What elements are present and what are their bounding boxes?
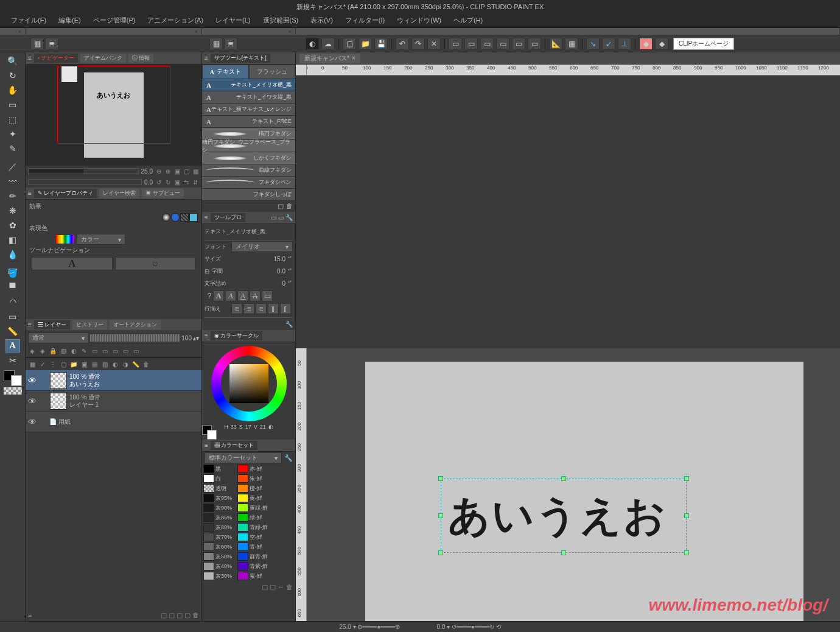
- layerprop-tab[interactable]: ✎ レイヤープロパティ: [34, 189, 97, 198]
- colorset-row[interactable]: 灰95%黄-鮮: [202, 493, 295, 503]
- rot-ccw-icon[interactable]: ↺: [155, 178, 163, 186]
- toolnav-balloon-button[interactable]: ○: [115, 257, 196, 270]
- snap-icon[interactable]: ⊥: [618, 38, 631, 50]
- color-swatch[interactable]: [237, 572, 248, 580]
- colorset-dropdown[interactable]: 標準カラーセット▾: [205, 452, 282, 463]
- subtool-item[interactable]: Aテキスト_イワタ縦_黒: [202, 91, 295, 104]
- color-icon[interactable]: ▭: [111, 346, 119, 355]
- draft-icon[interactable]: ✎: [80, 346, 88, 355]
- color-swatch[interactable]: [203, 562, 214, 571]
- subtool-item[interactable]: フキダシしっぽ: [202, 189, 295, 201]
- ft-icon[interactable]: ▢: [270, 583, 276, 591]
- undo-icon[interactable]: ↶: [396, 38, 409, 50]
- colorset-row[interactable]: 灰40%青紫-鮮: [202, 561, 295, 571]
- menu-item[interactable]: ページ管理(P): [87, 16, 142, 25]
- delete-icon[interactable]: ✕: [427, 38, 441, 50]
- outline-button[interactable]: ▭: [262, 290, 273, 301]
- st-del-icon[interactable]: 🗑: [286, 202, 293, 211]
- sel-icon[interactable]: ▭: [480, 38, 494, 50]
- resize-handle[interactable]: [561, 476, 566, 481]
- track-value[interactable]: 0: [265, 280, 285, 287]
- subtool-item[interactable]: Aテキスト_FREE: [202, 116, 295, 128]
- menu-icon[interactable]: ≡: [28, 611, 32, 619]
- lock-icon[interactable]: 🔒: [49, 346, 57, 355]
- merge-icon[interactable]: ▥: [100, 360, 109, 368]
- angle-slider[interactable]: [28, 179, 142, 185]
- color-swatch[interactable]: [203, 465, 214, 473]
- color-swatch[interactable]: [237, 484, 248, 493]
- autoaction-tab[interactable]: オートアクション: [110, 320, 161, 329]
- menu-item[interactable]: 選択範囲(S): [257, 16, 305, 25]
- size-value[interactable]: 15.0: [265, 256, 285, 262]
- resize-handle[interactable]: [684, 476, 689, 481]
- ft-icon[interactable]: 🗑: [286, 583, 293, 591]
- color-square[interactable]: [229, 364, 268, 403]
- ft-icon[interactable]: ▢: [262, 583, 268, 591]
- st-add-icon[interactable]: ▢: [278, 202, 284, 211]
- colorset-row[interactable]: 灰60%青-鮮: [202, 542, 295, 552]
- ref-icon[interactable]: ◐: [69, 346, 78, 355]
- toolnav-text-button[interactable]: A: [32, 257, 113, 270]
- ruler-tool-icon[interactable]: 📏: [5, 325, 20, 338]
- magnify-tool-icon[interactable]: 🔍: [5, 54, 20, 68]
- close-tab-icon[interactable]: ×: [352, 55, 355, 61]
- color-swatch[interactable]: [203, 504, 214, 512]
- subtool-item[interactable]: 楕円フキダシ_ウニフラベース_ブラシ: [202, 140, 295, 152]
- subtool-item[interactable]: フキダシペン: [202, 177, 295, 189]
- ft-icon[interactable]: ▢: [184, 611, 191, 619]
- mask-icon[interactable]: ▭: [90, 346, 99, 355]
- menu-item[interactable]: フィルター(I): [339, 16, 391, 25]
- clip-studio-icon[interactable]: ◐: [306, 38, 319, 50]
- collapse-toolbox[interactable]: «: [0, 28, 26, 35]
- wrench-icon[interactable]: 🔧: [285, 321, 293, 328]
- mask-icon[interactable]: ◐: [111, 360, 119, 368]
- flash-category-tab[interactable]: フラッシュ: [249, 65, 296, 79]
- strike-button[interactable]: A: [250, 290, 261, 301]
- operation-tool-icon[interactable]: ▭: [5, 98, 20, 111]
- color-swatch[interactable]: [203, 552, 214, 561]
- colorset-row[interactable]: 白朱-鮮: [202, 474, 295, 483]
- colorcircle-tab[interactable]: ◉ カラーサークル: [211, 331, 263, 340]
- ft-icon[interactable]: ▢: [177, 611, 183, 619]
- text-tool-icon[interactable]: A: [5, 339, 20, 353]
- color-swatch[interactable]: [237, 523, 248, 532]
- transfer-icon[interactable]: ▤: [90, 360, 99, 368]
- subtool-tab[interactable]: サブツール[テキスト]: [211, 54, 270, 63]
- color-swatch[interactable]: [203, 474, 214, 483]
- zoom-slider[interactable]: [28, 168, 139, 174]
- color-swatch[interactable]: [203, 523, 214, 532]
- color-swatch[interactable]: [237, 474, 248, 483]
- color-swatch[interactable]: [237, 513, 248, 522]
- menu-item[interactable]: ファイル(F): [5, 16, 52, 25]
- menu-item[interactable]: レイヤー(L): [209, 16, 256, 25]
- pal-icon[interactable]: ▦: [28, 360, 37, 368]
- visibility-icon[interactable]: 👁: [26, 417, 39, 427]
- colorset-row[interactable]: 黒赤-鮮: [202, 464, 295, 474]
- menu-item[interactable]: 表示(V): [304, 16, 339, 25]
- canvas-viewport[interactable]: あいうえお www.limemo.net/blog/: [307, 348, 840, 632]
- color-swatch[interactable]: [203, 484, 214, 493]
- grid-icon[interactable]: ▦: [565, 38, 578, 50]
- redo-icon[interactable]: ↷: [411, 38, 425, 50]
- subtool-item[interactable]: Aテキスト_横マキナス_cオレンジ: [202, 104, 295, 116]
- fit2-icon[interactable]: ▢: [183, 167, 190, 175]
- menu-item[interactable]: アニメーション(A): [141, 16, 209, 25]
- clip-icon[interactable]: ◈: [38, 346, 47, 355]
- transparent-swatch[interactable]: [4, 387, 22, 395]
- visibility-icon[interactable]: 👁: [26, 376, 39, 385]
- toolbar-icon[interactable]: ≣: [224, 38, 237, 50]
- color-swatch[interactable]: [203, 533, 214, 541]
- color-swatch[interactable]: [237, 542, 248, 551]
- pen-tool-icon[interactable]: ／: [5, 160, 20, 174]
- rot-cw-icon[interactable]: ↻: [164, 178, 172, 186]
- hand-tool-icon[interactable]: ✋: [5, 83, 20, 97]
- toolbar-icon[interactable]: ≣: [45, 38, 58, 50]
- color-swatch[interactable]: [237, 562, 248, 571]
- clip-homepage-link[interactable]: CLIPホームページ: [673, 38, 734, 50]
- resize-handle[interactable]: [684, 513, 689, 518]
- color-swatch[interactable]: [203, 513, 214, 522]
- new-layer-icon[interactable]: ▢: [59, 360, 68, 368]
- align-right-button[interactable]: ≡: [256, 303, 267, 314]
- subview-tab[interactable]: ▣ サブビュー: [142, 189, 184, 198]
- colorset-row[interactable]: 灰85%緑-鮮: [202, 513, 295, 522]
